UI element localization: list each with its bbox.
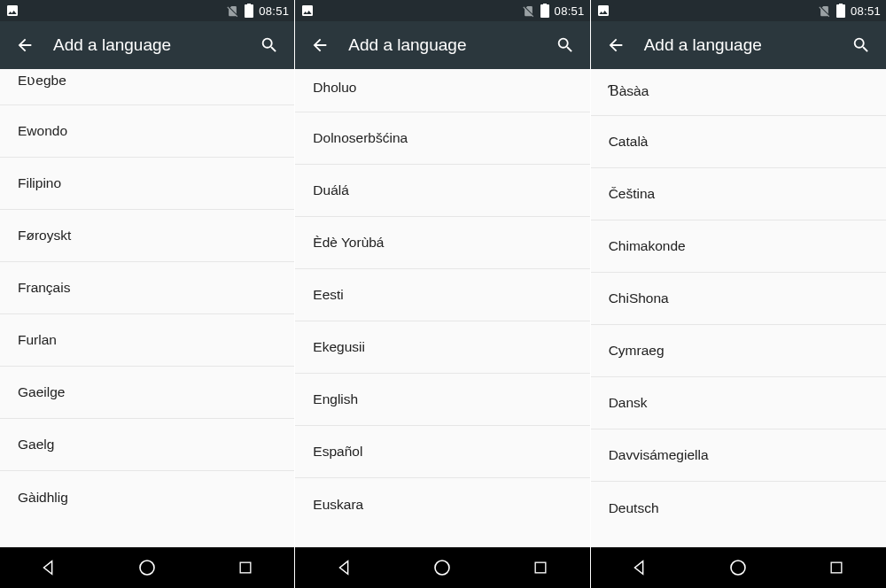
language-label: Duálá	[313, 182, 349, 198]
nav-home-button[interactable]	[120, 547, 174, 588]
list-item[interactable]: Davvisámegiella	[591, 429, 886, 482]
list-item[interactable]: Gaelg	[0, 419, 294, 471]
nav-back-button[interactable]	[22, 547, 75, 588]
list-item[interactable]: Euskara	[295, 478, 589, 530]
search-button[interactable]	[253, 29, 285, 61]
battery-icon	[540, 4, 549, 18]
language-label: Dansk	[609, 395, 648, 411]
language-label: Català	[609, 134, 649, 150]
language-label: Furlan	[18, 332, 57, 348]
list-item[interactable]: Gàidhlig	[0, 471, 294, 523]
language-list[interactable]: DholuoDolnoserbšćinaDuáláÈdè YorùbáEesti…	[295, 69, 589, 547]
svg-point-2	[435, 561, 449, 575]
app-bar-title: Add a language	[348, 35, 548, 55]
list-item[interactable]: Dolnoserbšćina	[295, 112, 589, 165]
battery-icon	[836, 4, 845, 18]
status-bar: 08:51	[591, 0, 886, 21]
notification-image-icon	[596, 4, 610, 18]
list-item[interactable]: Dholuo	[295, 69, 589, 112]
language-label: Ekegusii	[313, 339, 365, 355]
app-bar: Add a language	[0, 21, 294, 69]
list-item[interactable]: Cymraeg	[591, 325, 886, 377]
language-label: Gaeilge	[18, 384, 65, 400]
list-item[interactable]: English	[295, 374, 589, 426]
language-label: Français	[18, 280, 70, 296]
language-label: Euskara	[313, 497, 363, 513]
battery-icon	[245, 4, 253, 18]
status-bar: 08:51	[295, 0, 589, 21]
list-item[interactable]: Duálá	[295, 165, 589, 217]
back-button[interactable]	[9, 29, 41, 61]
language-label: Dholuo	[313, 80, 356, 96]
list-item[interactable]: Eʋegbe	[0, 69, 294, 105]
list-item[interactable]: Chimakonde	[591, 220, 886, 273]
language-label: Davvisámegiella	[609, 447, 709, 463]
language-list[interactable]: ƁàsàaCatalàČeštinaChimakondeChiShonaCymr…	[591, 69, 886, 547]
search-button[interactable]	[845, 29, 877, 61]
phone-screen: 08:51Add a languageEʋegbeEwondoFilipinoF…	[0, 0, 295, 588]
language-label: Gaelg	[18, 437, 54, 453]
back-button[interactable]	[304, 29, 336, 61]
list-item[interactable]: Català	[591, 116, 886, 168]
nav-home-button[interactable]	[416, 547, 469, 588]
language-list[interactable]: EʋegbeEwondoFilipinoFøroysktFrançaisFurl…	[0, 69, 294, 547]
list-item[interactable]: ChiShona	[591, 273, 886, 325]
search-button[interactable]	[549, 29, 581, 61]
language-label: Čeština	[609, 186, 656, 202]
status-bar: 08:51	[0, 0, 294, 21]
list-item[interactable]: Dansk	[591, 377, 886, 429]
list-item[interactable]: Furlan	[0, 314, 294, 367]
app-bar: Add a language	[591, 21, 886, 69]
list-item[interactable]: Gaeilge	[0, 367, 294, 419]
notification-image-icon	[300, 4, 315, 18]
list-item[interactable]: Čeština	[591, 168, 886, 220]
back-button[interactable]	[600, 29, 632, 61]
nav-back-button[interactable]	[613, 547, 666, 588]
list-item[interactable]: Føroyskt	[0, 210, 294, 262]
language-label: English	[313, 391, 358, 407]
language-label: Eesti	[313, 287, 343, 303]
no-sim-icon	[226, 4, 239, 18]
language-label: Eʋegbe	[18, 73, 66, 89]
list-item[interactable]: Ɓàsàa	[591, 69, 886, 116]
list-item[interactable]: Deutsch	[591, 482, 886, 534]
navigation-bar	[295, 547, 589, 588]
language-label: Dolnoserbšćina	[313, 130, 408, 146]
language-label: Chimakonde	[609, 238, 686, 254]
language-label: Español	[313, 444, 362, 460]
svg-rect-5	[832, 562, 843, 573]
status-clock: 08:51	[555, 4, 585, 18]
list-item[interactable]: Español	[295, 426, 589, 478]
language-label: Deutsch	[609, 500, 659, 516]
status-clock: 08:51	[851, 4, 881, 18]
nav-back-button[interactable]	[318, 547, 371, 588]
nav-recents-button[interactable]	[219, 547, 272, 588]
app-bar: Add a language	[295, 21, 589, 69]
list-item[interactable]: Filipino	[0, 158, 294, 210]
nav-recents-button[interactable]	[514, 547, 567, 588]
app-bar-title: Add a language	[53, 35, 253, 55]
language-label: Cymraeg	[609, 343, 664, 359]
language-label: Føroyskt	[18, 228, 71, 244]
status-clock: 08:51	[259, 4, 289, 18]
nav-recents-button[interactable]	[810, 547, 863, 588]
list-item[interactable]: Français	[0, 262, 294, 314]
app-bar-title: Add a language	[644, 35, 845, 55]
no-sim-icon	[818, 4, 831, 18]
navigation-bar	[0, 547, 294, 588]
no-sim-icon	[522, 4, 535, 18]
svg-rect-3	[535, 562, 546, 573]
language-label: Ɓàsàa	[609, 83, 649, 99]
list-item[interactable]: Ekegusii	[295, 321, 589, 374]
list-item[interactable]: Ewondo	[0, 105, 294, 158]
notification-image-icon	[5, 4, 19, 18]
language-label: Filipino	[18, 175, 61, 191]
navigation-bar	[591, 547, 886, 588]
list-item[interactable]: Èdè Yorùbá	[295, 217, 589, 269]
language-label: ChiShona	[609, 290, 669, 306]
svg-rect-1	[240, 562, 251, 573]
list-item[interactable]: Eesti	[295, 269, 589, 321]
svg-point-0	[140, 561, 154, 575]
phone-screen: 08:51Add a languageDholuoDolnoserbšćinaD…	[295, 0, 590, 588]
nav-home-button[interactable]	[711, 547, 765, 588]
